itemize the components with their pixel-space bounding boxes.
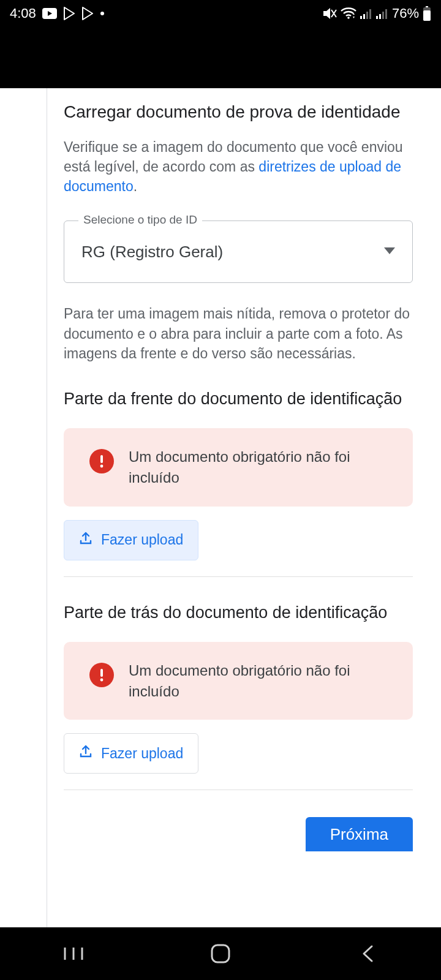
- app-header-black: [0, 27, 441, 88]
- svg-marker-2: [64, 7, 74, 20]
- back-upload-label: Fazer upload: [101, 745, 183, 762]
- error-icon: [89, 663, 114, 687]
- chevron-down-icon: [384, 246, 395, 257]
- svg-rect-17: [382, 12, 384, 19]
- front-error-banner: Um documento obrigatório não foi incluíd…: [64, 428, 413, 506]
- back-error-banner: Um documento obrigatório não foi incluíd…: [64, 642, 413, 720]
- front-upload-button[interactable]: Fazer upload: [64, 520, 198, 560]
- error-icon: [89, 449, 114, 473]
- signal-icon: [376, 8, 388, 19]
- front-upload-label: Fazer upload: [101, 532, 183, 548]
- svg-marker-5: [323, 8, 330, 19]
- svg-rect-25: [100, 669, 103, 677]
- svg-point-8: [347, 17, 350, 19]
- signal-icon: [360, 8, 372, 19]
- page-title: Carregar documento de prova de identidad…: [64, 88, 413, 124]
- id-type-select[interactable]: Selecione o tipo de ID RG (Registro Gera…: [64, 221, 413, 283]
- svg-marker-3: [83, 7, 92, 20]
- dot-icon: [100, 11, 105, 16]
- volume-muted-icon: [322, 7, 337, 20]
- svg-point-26: [100, 679, 104, 682]
- svg-marker-10: [353, 17, 355, 18]
- svg-marker-22: [384, 247, 395, 254]
- wifi-icon: [341, 7, 356, 20]
- divider: [64, 790, 413, 790]
- next-button[interactable]: Próxima: [306, 817, 413, 851]
- svg-rect-21: [423, 10, 431, 21]
- youtube-icon: [42, 8, 57, 19]
- nav-back-button[interactable]: [331, 935, 404, 972]
- svg-rect-13: [366, 12, 368, 19]
- section-front-title: Parte da frente do documento de identifi…: [64, 388, 413, 410]
- status-time: 4:08: [10, 6, 36, 21]
- section-back-title: Parte de trás do documento de identifica…: [64, 601, 413, 624]
- svg-rect-14: [369, 9, 371, 19]
- svg-rect-11: [360, 16, 362, 19]
- svg-rect-30: [212, 945, 229, 962]
- battery-text: 76%: [392, 6, 419, 21]
- upload-icon: [79, 532, 92, 549]
- android-status-bar: 4:08 76%: [0, 0, 441, 27]
- svg-rect-18: [385, 9, 387, 19]
- helper-text: Verifique se a imagem do documento que v…: [64, 137, 413, 197]
- svg-rect-16: [379, 14, 381, 19]
- android-nav-bar: [0, 927, 441, 980]
- front-error-text: Um documento obrigatório não foi incluíd…: [129, 447, 394, 488]
- hint-text: Para ter uma imagem mais nítida, remova …: [64, 304, 413, 363]
- svg-point-4: [100, 12, 104, 15]
- svg-rect-19: [426, 6, 428, 7]
- svg-point-24: [100, 465, 104, 468]
- back-upload-button[interactable]: Fazer upload: [64, 733, 198, 774]
- svg-rect-23: [100, 455, 103, 463]
- battery-icon: [423, 6, 431, 21]
- select-legend: Selecione o tipo de ID: [78, 213, 202, 227]
- select-value: RG (Registro Geral): [81, 243, 223, 262]
- helper-text-suffix: .: [134, 178, 137, 194]
- svg-rect-12: [363, 14, 365, 19]
- svg-rect-15: [376, 16, 378, 19]
- divider: [64, 576, 413, 577]
- play-store-icon: [81, 7, 94, 20]
- nav-home-button[interactable]: [184, 935, 257, 972]
- nav-recent-button[interactable]: [37, 935, 110, 972]
- back-error-text: Um documento obrigatório não foi incluíd…: [129, 660, 394, 701]
- play-store-icon: [63, 7, 75, 20]
- upload-icon: [79, 745, 92, 762]
